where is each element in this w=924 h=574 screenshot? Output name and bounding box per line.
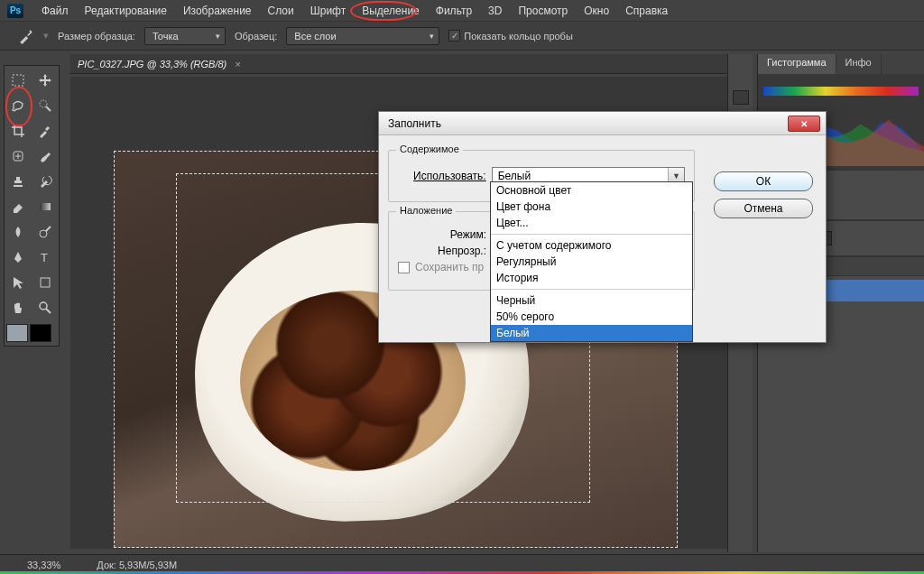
history-brush-tool[interactable] <box>33 171 57 192</box>
menu-select[interactable]: Выделение <box>355 2 427 20</box>
svg-text:T: T <box>41 251 48 264</box>
menu-view[interactable]: Просмотр <box>511 2 575 20</box>
svg-rect-0 <box>13 75 23 86</box>
tab-histogram[interactable]: Гистограмма <box>758 54 836 74</box>
collapsed-panel-icon[interactable] <box>733 90 749 105</box>
dd-separator-1 <box>491 234 692 235</box>
brush-tool[interactable] <box>33 145 57 167</box>
status-doc: Док: 5,93M/5,93M <box>97 560 177 570</box>
gradient-tool[interactable] <box>33 196 57 218</box>
color-swatches[interactable] <box>6 324 57 342</box>
document-tab[interactable]: PIC_0327.JPG @ 33,3% (RGB/8) × <box>78 59 241 69</box>
eraser-tool[interactable] <box>6 196 30 218</box>
background-color[interactable] <box>30 324 51 342</box>
foreground-color[interactable] <box>6 324 28 342</box>
menu-layers[interactable]: Слои <box>261 2 301 20</box>
zoom-tool[interactable] <box>33 297 57 319</box>
preserve-transparency-checkbox[interactable] <box>398 262 410 273</box>
marquee-tool[interactable] <box>6 69 30 91</box>
use-label: Использовать: <box>398 170 486 182</box>
menu-window[interactable]: Окно <box>577 2 616 20</box>
document-tab-bar: PIC_0327.JPG @ 33,3% (RGB/8) × <box>70 54 753 74</box>
dd-color[interactable]: Цвет... <box>491 215 692 231</box>
preserve-label: Сохранить пр <box>415 261 484 273</box>
tab-info[interactable]: Инфо <box>836 54 882 74</box>
dd-history[interactable]: История <box>491 270 692 286</box>
lasso-tool[interactable] <box>6 95 30 116</box>
dialog-title-bar[interactable]: Заполнить <box>379 112 826 135</box>
sample-label: Образец: <box>235 31 277 42</box>
mode-label: Режим: <box>398 228 486 241</box>
dd-background[interactable]: Цвет фона <box>491 199 692 215</box>
blur-tool[interactable] <box>6 221 30 243</box>
close-tab-icon[interactable]: × <box>235 59 240 69</box>
dd-black[interactable]: Черный <box>491 292 692 309</box>
opacity-label: Непрозр.: <box>398 245 486 257</box>
menu-file[interactable]: Файл <box>34 2 76 20</box>
heal-tool[interactable] <box>6 145 30 167</box>
fieldset-content: Содержимое Использовать: Белый ▼ Основно… <box>388 150 695 202</box>
fieldset-blend-legend: Наложение <box>396 205 456 216</box>
sample-select[interactable]: Все слои <box>286 27 439 45</box>
menu-filter[interactable]: Фильтр <box>429 2 479 20</box>
svg-rect-6 <box>41 278 50 287</box>
menu-edit[interactable]: Редактирование <box>78 2 174 20</box>
svg-point-7 <box>40 302 47 310</box>
menu-bar: Ps Файл Редактирование Изображение Слои … <box>0 0 924 22</box>
ok-button[interactable]: ОК <box>714 171 813 191</box>
show-ring-checkbox[interactable]: ✓ <box>448 30 460 42</box>
pen-tool[interactable] <box>6 246 30 268</box>
panel-tab-bar: Гистограмма Инфо <box>758 54 924 74</box>
type-tool[interactable]: T <box>33 246 57 268</box>
status-zoom[interactable]: 33,33% <box>27 560 60 570</box>
svg-point-1 <box>40 100 47 107</box>
dd-white[interactable]: Белый <box>491 325 692 341</box>
dialog-close-button[interactable]: ✕ <box>788 116 820 132</box>
current-tool-icon <box>18 28 34 44</box>
dd-separator-2 <box>491 289 692 290</box>
dialog-title: Заполнить <box>388 117 441 130</box>
dd-content-aware[interactable]: С учетом содержимого <box>491 237 692 254</box>
stamp-tool[interactable] <box>6 171 30 192</box>
sample-size-select[interactable]: Точка <box>144 27 226 45</box>
svg-rect-3 <box>40 203 51 210</box>
menu-image[interactable]: Изображение <box>176 2 259 20</box>
menu-3d[interactable]: 3D <box>481 2 509 20</box>
move-tool[interactable] <box>33 69 57 91</box>
toolbox: T <box>4 65 60 347</box>
use-dropdown: Основной цвет Цвет фона Цвет... С учетом… <box>490 181 693 342</box>
menu-help[interactable]: Справка <box>618 2 675 20</box>
sample-size-label: Размер образца: <box>58 31 135 42</box>
eyedropper-tool[interactable] <box>33 120 57 142</box>
hand-tool[interactable] <box>6 297 30 319</box>
dialog-button-column: ОК Отмена <box>714 171 813 226</box>
cancel-button[interactable]: Отмена <box>714 199 813 218</box>
dd-gray[interactable]: 50% серого <box>491 309 692 325</box>
shape-tool[interactable] <box>33 272 57 293</box>
app-logo: Ps <box>7 4 23 18</box>
dd-foreground[interactable]: Основной цвет <box>491 182 692 199</box>
options-bar: ▾ Размер образца: Точка Образец: Все сло… <box>0 22 924 51</box>
crop-tool[interactable] <box>6 120 30 142</box>
dd-pattern[interactable]: Регулярный <box>491 254 692 270</box>
show-ring-label: Показать кольцо пробы <box>464 31 573 42</box>
menu-type[interactable]: Шрифт <box>303 2 353 20</box>
quick-select-tool[interactable] <box>33 95 57 116</box>
fieldset-content-legend: Содержимое <box>396 144 463 154</box>
dodge-tool[interactable] <box>33 221 57 243</box>
path-select-tool[interactable] <box>6 272 30 293</box>
fill-dialog: Заполнить ✕ Содержимое Использовать: Бел… <box>378 111 827 343</box>
svg-point-4 <box>40 230 47 237</box>
histogram-gradient-icon <box>763 87 919 96</box>
